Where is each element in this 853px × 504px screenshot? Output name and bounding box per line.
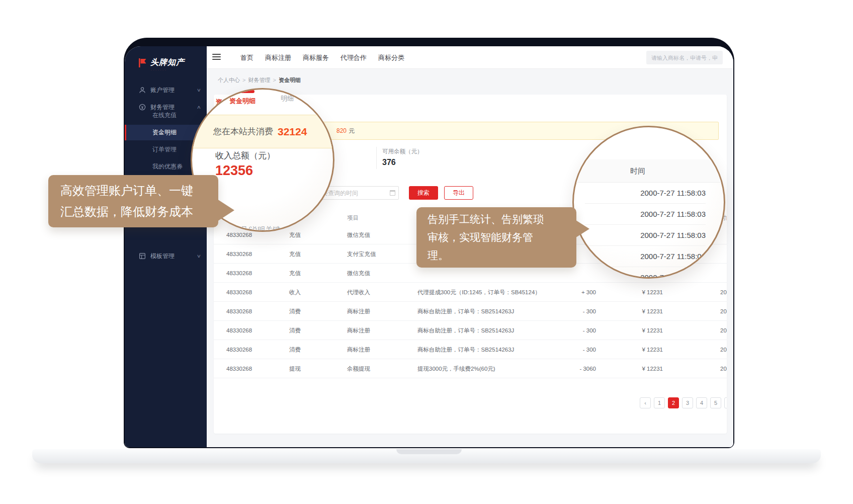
nav-link-home[interactable]: 首页 [240, 53, 253, 62]
breadcrumb-current: 资金明细 [279, 77, 301, 83]
banner-unit: 元 [349, 127, 355, 134]
export-button[interactable]: 导出 [444, 186, 473, 200]
nav-link-trademark-service[interactable]: 商标服务 [303, 53, 329, 62]
magnified-banner-prefix: 您在本站共消费 [213, 126, 273, 137]
table-row[interactable]: 48330268消费商标注册商标自助注册，订单号：SB2514263J- 300… [214, 302, 727, 321]
stat-balance-value: 376 [382, 158, 396, 167]
search-button[interactable]: 搜索 [409, 186, 438, 200]
caret-down-icon: ∨ [348, 211, 353, 224]
callout-right-arrow [574, 219, 589, 238]
breadcrumb-item[interactable]: 财务管理 [248, 77, 270, 83]
page: 头牌知产 ······· 账户管理 ∨ 财务管理 ∧ [0, 0, 853, 504]
magnified-income-value: 12356 [215, 163, 253, 179]
laptop-base-notch [396, 449, 462, 454]
table-row[interactable]: 48330268收入代理收入代理提成300元（ID:1245，订单号：SB451… [214, 283, 727, 302]
banner-amount: 820 [336, 127, 347, 134]
callout-text-line: 汇总数据，降低财务成本 [60, 201, 206, 222]
table-row[interactable]: 48330268消费商标注册商标自助注册，订单号：SB2514263J- 300… [214, 321, 727, 340]
magnified-time-cell: 2000-7-27 11:58:03 [585, 225, 706, 246]
sidebar-item-online-recharge[interactable]: 在线充值 [125, 108, 207, 123]
trademark-search-input[interactable] [646, 51, 723, 64]
stat-balance-label: 可用余额（元） [382, 148, 423, 155]
chevron-down-icon: ∨ [197, 254, 201, 259]
sidebar: 头牌知产 ······· 账户管理 ∨ 财务管理 ∧ [125, 46, 207, 447]
brand-subtext: ······· [151, 68, 167, 71]
logo-flag-icon [137, 58, 147, 68]
callout-text-line: 理。 [428, 246, 565, 265]
logo[interactable]: 头牌知产 [137, 57, 185, 68]
magnified-banner-value: 32124 [278, 126, 307, 138]
active-indicator [125, 125, 126, 140]
sidebar-item-template[interactable]: 模板管理 ∨ [125, 248, 207, 264]
pagination: ‹ 1 2 3 4 5 › [640, 397, 727, 408]
callout-text-line: 高效管理账户订单、一键 [60, 180, 206, 201]
pagination-prev-button[interactable]: ‹ [640, 397, 651, 408]
table-row[interactable]: 48330268提现余额提现提现3000元，手续费2%(60元)- 3060¥ … [214, 359, 727, 378]
magnified-tab-fragment: 明细 [281, 94, 294, 103]
magnified-time-header: 时间 [630, 166, 645, 176]
top-navbar: 首页 商标注册 商标服务 代理合作 商标分类 [207, 46, 733, 69]
sidebar-item-label: 模板管理 [150, 252, 175, 261]
table-row[interactable]: 48330268消费商标注册商标自助注册，订单号：SB2514263J- 300… [214, 340, 727, 359]
callout-left-arrow [217, 199, 234, 221]
callout-left: 高效管理账户订单、一键 汇总数据，降低财务成本 [48, 175, 218, 227]
magnified-tab-label: 资金明细 [229, 97, 255, 106]
magnified-time-cell: 2000-7-27 11:58:03 [585, 183, 706, 204]
callout-text-line: 审核，实现智能财务管 [428, 228, 565, 246]
magnified-time-cell: 2000-7-27 11:58:03 [585, 204, 706, 225]
pagination-page-4[interactable]: 4 [696, 397, 707, 408]
breadcrumb-item[interactable]: 个人中心 [218, 77, 240, 83]
pagination-page-2-active[interactable]: 2 [668, 397, 679, 408]
magnified-time-header-band: 时间 [574, 159, 724, 183]
pagination-page-5[interactable]: 5 [710, 397, 721, 408]
magnified-banner: 您在本站共消费 32124 [192, 115, 333, 148]
callout-right: 告别手工统计、告别繁琐 审核，实现智能财务管 理。 [416, 207, 576, 268]
breadcrumb: 个人中心>财务管理>资金明细 [207, 69, 733, 95]
nav-link-agency[interactable]: 代理合作 [340, 53, 367, 62]
template-icon [139, 253, 146, 260]
sidebar-item-label: 账户管理 [150, 86, 175, 95]
stat-divider [376, 147, 377, 169]
magnified-income-label: 收入总额（元） [215, 150, 275, 161]
pagination-page-1[interactable]: 1 [654, 397, 665, 408]
hamburger-menu-icon[interactable] [212, 54, 221, 61]
sidebar-item-account[interactable]: 账户管理 ∨ [125, 82, 207, 98]
pagination-page-3[interactable]: 3 [682, 397, 693, 408]
user-icon [139, 87, 146, 94]
brand-name: 头牌知产 [150, 57, 185, 68]
calendar-icon[interactable] [390, 190, 395, 196]
chevron-down-icon: ∨ [197, 88, 201, 93]
magnifier-circle-right: 时间 2000-7-27 11:58:03 2000-7-27 11:58:03… [572, 126, 725, 279]
nav-link-trademark-category[interactable]: 商标分类 [378, 53, 404, 62]
callout-text-line: 告别手工统计、告别繁琐 [428, 210, 565, 228]
pagination-next-button[interactable]: › [724, 397, 727, 408]
nav-link-trademark-register[interactable]: 商标注册 [265, 53, 291, 62]
